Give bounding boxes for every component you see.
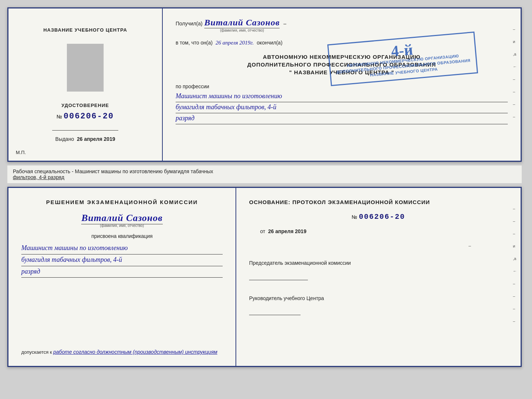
info-text-underline: фильтров, 4-й разряд (13, 174, 64, 180)
certify-prefix: в том, что он(а) (176, 40, 213, 46)
cert-bottom-left: Решением экзаменационной комиссии Витали… (8, 188, 236, 366)
profession-line1: Машинист машины по изготовлению (176, 91, 508, 102)
recipient-subtitle: (фамилия, имя, отчество) (204, 28, 280, 32)
recipient-name: Виталий Сазонов (204, 18, 280, 28)
basis-title: Основание: протокол экзаменационной коми… (249, 199, 508, 205)
completed-label: окончил(а) (257, 40, 283, 46)
issued-label: Выдано (55, 136, 74, 142)
right-edge-marks: – и ,а ← – – – – (513, 27, 517, 119)
profession-line2: бумагидля табачных фильтров, 4-й (176, 102, 508, 113)
cert-bottom-right: Основание: протокол экзаменационной коми… (236, 188, 521, 366)
chairman-line (249, 280, 308, 280)
recipient-dash: – (283, 21, 286, 26)
qualification-line3: разряд (21, 266, 223, 278)
signature-line (52, 130, 118, 131)
head-line (249, 315, 301, 315)
recipient-line: Получил(а) Виталий Сазонов (фамилия, имя… (176, 18, 508, 32)
number-sign: № (57, 114, 62, 120)
allowed-label: допускается к (21, 349, 52, 355)
allowed-text: работе согласно должностным (производств… (53, 349, 218, 355)
chairman-title: Председатель экзаменационной комиссии (249, 260, 508, 267)
cert-top-right: Получил(а) Виталий Сазонов (фамилия, имя… (163, 8, 521, 161)
page-wrapper: НАЗВАНИЕ УЧЕБНОГО ЦЕНТРА УДОСТОВЕРЕНИЕ №… (7, 7, 525, 367)
cert-number: 006206-20 (64, 112, 114, 121)
recipient-prefix: Получил(а) (176, 21, 202, 26)
top-certificate: НАЗВАНИЕ УЧЕБНОГО ЦЕНТРА УДОСТОВЕРЕНИЕ №… (7, 7, 522, 162)
profession-line3: разряд (176, 113, 508, 124)
basis-number: 006206-20 (359, 213, 405, 221)
basis-date: от 26 апреля 2019 (260, 228, 508, 234)
head-title: Руководитель учебного Центра (249, 295, 508, 302)
cert-top-left: НАЗВАНИЕ УЧЕБНОГО ЦЕНТРА УДОСТОВЕРЕНИЕ №… (8, 8, 163, 161)
basis-date-prefix: от (260, 228, 265, 234)
info-bar: Рабочая специальность - Машинист машины … (7, 165, 522, 183)
qualification-line2: бумагидля табачных фильтров, 4-й (21, 254, 223, 266)
mp-label: М.П. (16, 150, 26, 155)
photo-placeholder (67, 44, 104, 92)
issued-date: 26 апреля 2019 (77, 136, 115, 142)
org-title-top-left: НАЗВАНИЕ УЧЕБНОГО ЦЕНТРА (43, 27, 127, 33)
udostoverenie-label: УДОСТОВЕРЕНИЕ (61, 103, 109, 108)
commission-title: Решением экзаменационной комиссии (21, 199, 223, 205)
certify-date: 26 апреля 2019г. (216, 40, 254, 46)
person-name-bottom: Виталий Сазонов (81, 213, 162, 224)
bottom-certificate: Решением экзаменационной комиссии Витали… (7, 187, 522, 367)
basis-number-sign: № (352, 214, 357, 220)
basis-date-value: 26 апреля 2019 (268, 228, 306, 234)
person-subtitle-bottom: (фамилия, имя, отчество) (21, 224, 223, 228)
qualification-label: присвоена квалификация (21, 233, 223, 239)
info-text: Рабочая специальность - Машинист машины … (13, 168, 213, 174)
qualification-line1: Машинист машины по изготовлению (21, 243, 223, 254)
right-edge-marks-bottom: – – – и ,а ← – – – – (513, 206, 517, 323)
